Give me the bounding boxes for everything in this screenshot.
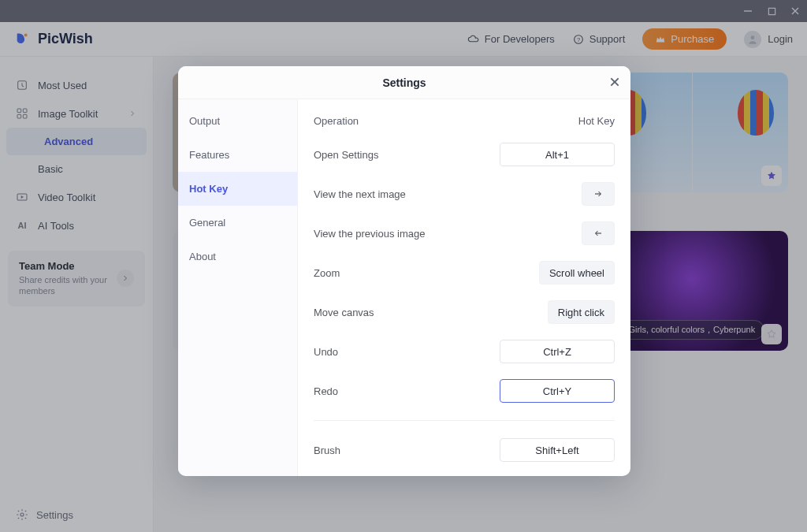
tab-output[interactable]: Output — [178, 104, 297, 138]
settings-panel[interactable]: Operation Hot Key Open Settings Alt+1 Vi… — [298, 99, 630, 476]
tab-about[interactable]: About — [178, 240, 297, 273]
column-header-operation: Operation — [314, 115, 359, 127]
hotkey-input[interactable]: Shift+Left — [500, 438, 615, 462]
column-header-hotkey: Hot Key — [578, 115, 615, 127]
divider — [314, 420, 615, 421]
hotkey-row-undo: Undo Ctrl+Z — [314, 332, 615, 371]
hotkey-display: Right click — [548, 300, 615, 324]
hotkey-row-zoom: Zoom Scroll wheel — [314, 253, 615, 292]
hotkey-row-lasso: Lasso Shift+Right — [314, 470, 615, 476]
hotkey-input[interactable]: Ctrl+Y — [500, 379, 615, 403]
tab-features[interactable]: Features — [178, 138, 297, 172]
hotkey-input[interactable]: Alt+1 — [500, 143, 615, 166]
modal-header: Settings — [178, 66, 630, 99]
hotkey-row-move-canvas: Move canvas Right click — [314, 292, 615, 332]
tab-general[interactable]: General — [178, 206, 297, 240]
hotkey-row-open-settings: Open Settings Alt+1 — [314, 135, 615, 174]
arrow-left-icon — [592, 229, 604, 238]
tab-hotkey[interactable]: Hot Key — [178, 172, 297, 206]
hotkey-display: Scroll wheel — [539, 261, 615, 285]
hotkey-display — [582, 182, 615, 206]
modal-close-button[interactable] — [607, 74, 623, 90]
settings-modal: Settings Output Features Hot Key General… — [178, 66, 630, 476]
hotkey-display — [582, 221, 615, 245]
modal-title: Settings — [382, 76, 426, 89]
hotkey-input[interactable]: Ctrl+Z — [500, 340, 615, 363]
hotkey-row-prev-image: View the previous image — [314, 214, 615, 253]
hotkey-row-brush: Brush Shift+Left — [314, 430, 615, 470]
settings-tabs: Output Features Hot Key General About — [178, 99, 298, 476]
hotkey-row-redo: Redo Ctrl+Y — [314, 371, 615, 411]
arrow-right-icon — [592, 189, 604, 199]
hotkey-row-next-image: View the next image — [314, 174, 615, 214]
